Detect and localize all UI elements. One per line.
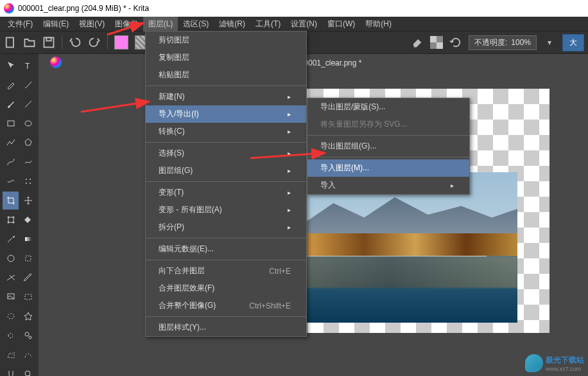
window-titlebar: 000001_clear.png (204.9 MiB) * - Krita — [0, 0, 588, 17]
similar-select-tool-icon[interactable] — [20, 327, 36, 345]
cursor-tool-icon[interactable] — [3, 57, 19, 75]
opacity-control[interactable]: 不透明度: 100% — [469, 35, 537, 50]
eraser-mode-icon[interactable] — [411, 36, 424, 49]
menu-item-select[interactable]: 选择(S)▸ — [146, 145, 306, 162]
menu-separator — [146, 85, 306, 86]
menu-item-paste-layer[interactable]: 粘贴图层 — [146, 66, 306, 84]
menu-view[interactable]: 视图(V) — [74, 17, 110, 31]
freehand-tool-icon[interactable] — [20, 153, 36, 171]
menu-item-import[interactable]: 导入▸ — [307, 177, 469, 194]
magnet-select-tool-icon[interactable] — [3, 365, 19, 376]
menu-separator — [146, 260, 306, 260]
menu-item-import-export[interactable]: 导入/导出(I)▸ — [146, 105, 306, 123]
menu-item-layer-style[interactable]: 图层样式(Y)... — [146, 319, 306, 336]
svg-point-26 — [29, 336, 31, 339]
menu-help[interactable]: 帮助(H) — [360, 17, 397, 31]
chevron-down-icon[interactable]: ▾ — [543, 36, 556, 49]
calligraphy-tool-icon[interactable] — [20, 76, 36, 94]
reference-tool-icon[interactable] — [3, 288, 19, 306]
edit-shapes-tool-icon[interactable] — [3, 76, 19, 94]
open-file-icon[interactable] — [23, 36, 36, 49]
svg-line-7 — [25, 101, 31, 107]
fill-tool-icon[interactable] — [20, 211, 36, 229]
menu-separator — [307, 135, 469, 136]
text-tool-icon[interactable]: T — [20, 57, 36, 75]
submenu-arrow-icon: ▸ — [288, 167, 291, 174]
foreground-color-swatch[interactable] — [114, 35, 128, 49]
rectangle-tool-icon[interactable] — [3, 114, 19, 132]
watermark: 极光下载站 www.xz7.com — [525, 354, 584, 372]
menu-item-metadata[interactable]: 编辑元数据(E)... — [146, 240, 306, 258]
bezier-tool-icon[interactable] — [3, 153, 19, 171]
svg-point-11 — [30, 179, 31, 180]
smart-patch-tool-icon[interactable] — [20, 249, 36, 267]
multibrush-tool-icon[interactable] — [20, 172, 36, 190]
free-select-tool-icon[interactable] — [3, 327, 19, 345]
menu-item-label: 变形(T) — [159, 187, 184, 198]
menu-item-group[interactable]: 图层组(G)▸ — [146, 162, 306, 179]
alpha-icon[interactable] — [430, 36, 443, 49]
svg-point-12 — [26, 183, 27, 184]
menu-item-label: 编辑元数据(E)... — [159, 244, 214, 255]
pattern-tool-icon[interactable] — [3, 249, 19, 267]
menu-edit[interactable]: 编辑(E) — [38, 17, 74, 31]
assist-tool-icon[interactable] — [3, 269, 19, 287]
menu-layer[interactable]: 图层(L) — [143, 17, 178, 31]
menu-item-new[interactable]: 新建(N)▸ — [146, 88, 306, 105]
ellipse-tool-icon[interactable] — [20, 114, 36, 132]
gradient-tool-icon[interactable] — [20, 230, 36, 248]
menu-item-label: 转换(C) — [159, 126, 185, 137]
menu-item-merge-down[interactable]: 向下合并图层Ctrl+E — [146, 262, 306, 280]
menu-item-label: 剪切图层 — [159, 35, 189, 46]
menu-shortcut: Ctrl+Shift+E — [249, 301, 291, 310]
app-logo-icon — [4, 3, 14, 13]
watermark-url: www.xz7.com — [546, 366, 584, 372]
menu-item-convert[interactable]: 转换(C)▸ — [146, 123, 306, 140]
transform-tool-icon[interactable] — [3, 211, 19, 229]
menu-separator — [146, 142, 306, 143]
bezier-select-tool-icon[interactable] — [20, 346, 36, 364]
size-button[interactable]: 大 — [562, 34, 584, 51]
menu-item-flatten-fx[interactable]: 合并图层效果(F) — [146, 280, 306, 297]
menu-window[interactable]: 窗口(W) — [322, 17, 360, 31]
menu-item-transform[interactable]: 变形(T)▸ — [146, 184, 306, 201]
measure-tool-icon[interactable] — [20, 269, 36, 287]
contiguous-select-tool-icon[interactable] — [20, 307, 36, 325]
line-tool-icon[interactable] — [20, 95, 36, 113]
undo-icon[interactable] — [69, 36, 82, 49]
opacity-value: 100% — [511, 38, 531, 47]
menu-selection[interactable]: 选区(S) — [178, 17, 214, 31]
redo-icon[interactable] — [88, 36, 101, 49]
menu-item-copy-layer[interactable]: 复制图层 — [146, 49, 306, 66]
menu-item-export-group[interactable]: 导出图层组(G)... — [307, 138, 469, 155]
menu-item-export-layer[interactable]: 导出图层/蒙版(S)... — [307, 98, 469, 116]
polygon-tool-icon[interactable] — [20, 134, 36, 152]
move-tool-icon[interactable] — [20, 192, 36, 210]
menu-item-split[interactable]: 拆分(P)▸ — [146, 219, 306, 236]
crop-tool-icon[interactable] — [3, 192, 19, 210]
picker-tool-icon[interactable] — [3, 230, 19, 248]
menu-item-label: 选择(S) — [159, 148, 184, 159]
menu-tools[interactable]: 工具(T) — [250, 17, 286, 31]
dynamic-brush-tool-icon[interactable] — [3, 172, 19, 190]
rect-select-tool-icon[interactable] — [20, 288, 36, 306]
new-file-icon[interactable] — [4, 36, 17, 49]
svg-point-25 — [25, 332, 29, 336]
zoom-tool-icon[interactable] — [20, 365, 36, 376]
menu-filter[interactable]: 滤镜(R) — [214, 17, 250, 31]
menu-settings[interactable]: 设置(N) — [286, 17, 322, 31]
menu-item-flatten-image[interactable]: 合并整个图像(G)Ctrl+Shift+E — [146, 297, 306, 314]
save-icon[interactable] — [42, 36, 55, 49]
reload-icon[interactable] — [449, 36, 462, 49]
menu-item-cut-layer[interactable]: 剪切图层 — [146, 31, 306, 49]
brush-tool-icon[interactable] — [3, 95, 19, 113]
menu-item-label: 导入 — [320, 180, 336, 191]
poly-select-tool-icon[interactable] — [3, 346, 19, 364]
polyline-tool-icon[interactable] — [3, 134, 19, 152]
menu-item-transform-all[interactable]: 变形 - 所有图层(A)▸ — [146, 201, 306, 219]
menu-item-import-layer[interactable]: 导入图层(M)... — [307, 159, 469, 177]
menu-file[interactable]: 文件(F) — [3, 17, 38, 31]
ellipse-select-tool-icon[interactable] — [3, 307, 19, 325]
svg-point-9 — [25, 121, 31, 126]
menu-image[interactable]: 图像(I) — [110, 17, 143, 31]
